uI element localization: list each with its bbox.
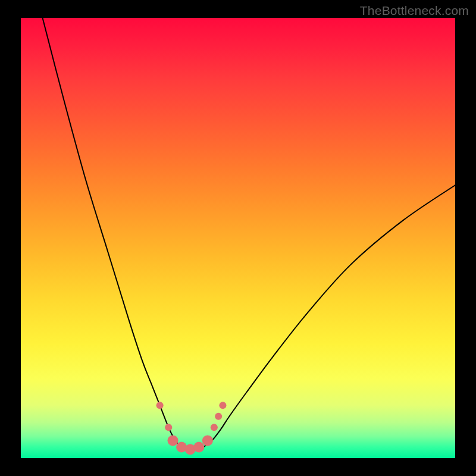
chart-svg: [21, 18, 455, 458]
highlight-dot: [219, 402, 226, 409]
chart-plot-area: [21, 18, 455, 458]
highlight-dot: [193, 442, 204, 453]
highlight-dots: [156, 402, 227, 455]
highlight-dot: [215, 413, 222, 420]
highlight-dot: [165, 424, 172, 431]
highlight-dot: [156, 402, 164, 409]
bottleneck-curve: [43, 18, 456, 449]
highlight-dot: [202, 435, 213, 446]
chart-frame: TheBottleneck.com: [0, 0, 476, 476]
watermark-text: TheBottleneck.com: [360, 4, 469, 18]
highlight-dot: [168, 435, 178, 446]
highlight-dot: [211, 424, 218, 431]
